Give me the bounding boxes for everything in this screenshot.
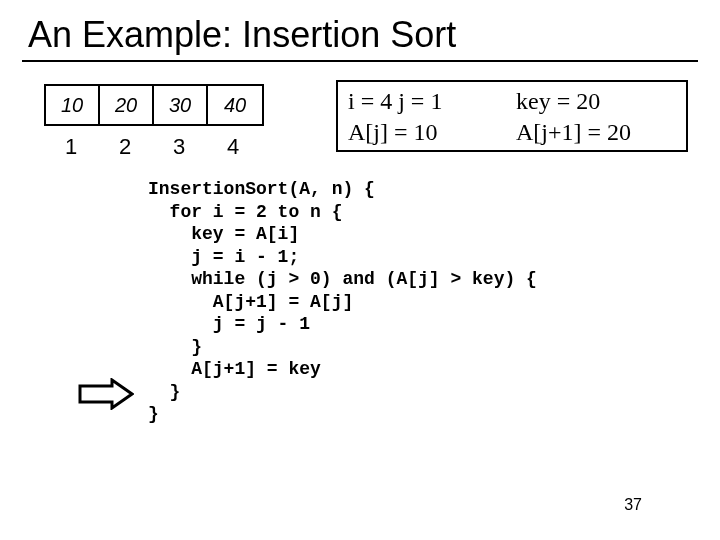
- status-aj1: A[j+1] = 20: [516, 117, 676, 148]
- arrow-icon: [78, 378, 134, 414]
- title-underline: [22, 60, 698, 62]
- array-indices: 1 2 3 4: [44, 128, 260, 160]
- pseudocode-block: InsertionSort(A, n) { for i = 2 to n { k…: [148, 178, 537, 426]
- array-cell: 30: [154, 86, 208, 124]
- array-cell: 40: [208, 86, 262, 124]
- page-number: 37: [624, 496, 642, 514]
- array-index: 3: [152, 128, 206, 160]
- status-aj: A[j] = 10: [348, 117, 516, 148]
- slide-title: An Example: Insertion Sort: [28, 14, 456, 56]
- status-key: key = 20: [516, 86, 676, 117]
- array-cell: 10: [46, 86, 100, 124]
- status-i-j: i = 4 j = 1: [348, 86, 516, 117]
- array-index: 2: [98, 128, 152, 160]
- status-box: i = 4 j = 1 key = 20 A[j] = 10 A[j+1] = …: [336, 80, 688, 152]
- array-index: 4: [206, 128, 260, 160]
- array-cells: 10 20 30 40: [44, 84, 264, 126]
- array-cell: 20: [100, 86, 154, 124]
- array-index: 1: [44, 128, 98, 160]
